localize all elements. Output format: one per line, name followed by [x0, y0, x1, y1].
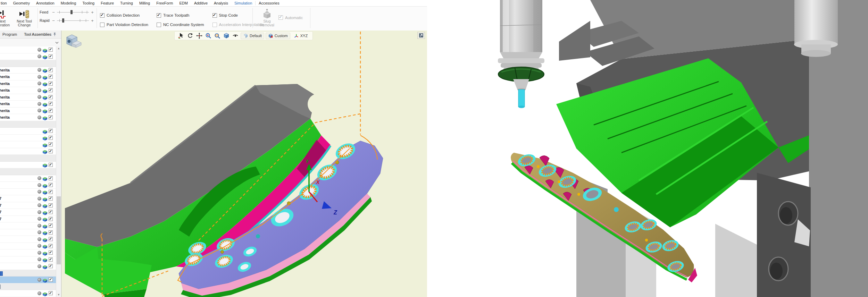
visibility-checkbox[interactable] [49, 136, 53, 140]
menu-item-edm[interactable]: EDM [176, 1, 191, 5]
tree-row[interactable]: herita [0, 108, 56, 114]
scrollbar-thumb[interactable] [57, 196, 61, 264]
tree-row[interactable] [0, 243, 56, 250]
tree-row[interactable] [0, 236, 56, 243]
visibility-checkbox[interactable] [49, 203, 53, 207]
rapid-decrease-button[interactable]: − [51, 18, 56, 23]
tree-row[interactable]: herita [0, 87, 56, 94]
visibility-checkbox[interactable] [49, 196, 53, 201]
visibility-checkbox[interactable] [49, 75, 53, 79]
menu-item-tion[interactable]: tion [0, 1, 10, 5]
rapid-slider[interactable] [57, 18, 89, 23]
checkbox-trace-toolpath[interactable]: Trace Toolpath [157, 12, 204, 18]
visibility-checkbox[interactable] [49, 190, 53, 194]
tree-row[interactable]: herita [0, 114, 56, 121]
visibility-checkbox[interactable] [49, 251, 53, 255]
menu-item-feature[interactable]: Feature [98, 1, 117, 5]
select-tool-button[interactable] [177, 32, 185, 39]
menu-item-additive[interactable]: Additive [191, 1, 211, 5]
tree-row[interactable]: herita [0, 94, 56, 101]
menu-item-turning[interactable]: Turning [117, 1, 136, 5]
visibility-checkbox[interactable] [49, 244, 53, 248]
tree-row[interactable] [0, 53, 56, 60]
visibility-checkbox[interactable] [49, 223, 53, 228]
tree-row[interactable] [0, 277, 56, 283]
checkbox-automatic[interactable]: Automatic [278, 15, 303, 20]
xyz-view-button[interactable]: XYZ [292, 33, 310, 39]
visibility-checkbox[interactable] [49, 149, 53, 153]
feed-decrease-button[interactable]: − [51, 10, 56, 15]
automatic-checkbox-box[interactable] [278, 15, 283, 20]
simulation-scene[interactable]: Y X Z [61, 31, 427, 297]
rapid-increase-button[interactable]: + [90, 18, 94, 23]
menu-item-geometry[interactable]: Geometry [10, 1, 33, 5]
feed-slider[interactable] [57, 10, 89, 15]
tree-row[interactable] [0, 189, 56, 196]
visibility-checkbox[interactable] [49, 88, 53, 92]
visibility-checkbox[interactable] [49, 278, 53, 282]
visibility-checkbox[interactable] [49, 115, 53, 119]
tree-row[interactable] [0, 162, 56, 169]
tree-row[interactable] [0, 249, 56, 256]
feed-slider-thumb[interactable] [70, 10, 73, 14]
visibility-checkbox[interactable] [49, 82, 53, 86]
tab-program[interactable]: Program [0, 32, 20, 36]
visibility-checkbox[interactable] [49, 129, 53, 133]
visibility-checkbox[interactable] [49, 183, 53, 187]
visibility-checkbox[interactable] [49, 68, 53, 72]
pan-view-button[interactable] [195, 32, 203, 39]
checkbox-nc-coordinate-system[interactable]: NC Coordinate System [157, 22, 204, 28]
tree-row[interactable] [0, 135, 56, 142]
checkbox-box[interactable] [157, 13, 161, 18]
visibility-checkbox[interactable] [49, 237, 53, 241]
tree-row[interactable]: 7 [0, 209, 56, 216]
tree-row[interactable] [0, 182, 56, 189]
checkbox-collision-detection[interactable]: Collision Detection [100, 12, 148, 18]
tree-row[interactable] [0, 229, 56, 236]
checkbox-box[interactable] [100, 13, 105, 18]
rapid-slider-thumb[interactable] [62, 18, 64, 23]
menu-item-analysis[interactable]: Analysis [211, 1, 231, 5]
next-operation-button[interactable]: Next Operation [0, 10, 12, 27]
visibility-checkbox[interactable] [49, 264, 53, 268]
tree-row[interactable] [0, 148, 56, 155]
tree-row[interactable] [0, 263, 56, 270]
menu-item-annotation[interactable]: Annotation [33, 1, 58, 5]
rotate-view-button[interactable] [186, 32, 194, 39]
panel-scrollbar[interactable]: ▲ ▼ [56, 46, 61, 297]
visibility-checkbox[interactable] [49, 257, 53, 262]
tree-row[interactable] [0, 128, 56, 135]
menu-item-simulation[interactable]: Simulation [231, 1, 255, 5]
visibility-eye-button[interactable] [232, 32, 239, 39]
visibility-checkbox[interactable] [49, 102, 53, 106]
tree-row[interactable]: herita [0, 101, 56, 108]
menu-item-modeling[interactable]: Modeling [58, 1, 80, 5]
tree-row[interactable]: 7 [0, 195, 56, 202]
visibility-checkbox[interactable] [49, 54, 53, 59]
tree-row[interactable]: herita [0, 80, 56, 87]
simulation-viewport[interactable]: Y X Z [61, 31, 427, 297]
tree-row[interactable] [0, 290, 56, 297]
checkbox-box[interactable] [157, 23, 161, 27]
tree-row[interactable] [0, 222, 56, 229]
scroll-up-arrow[interactable]: ▲ [56, 46, 61, 51]
tree-row[interactable] [0, 141, 56, 148]
tree-row[interactable]: 7 [0, 202, 56, 209]
tree-row[interactable]: herita [0, 67, 56, 74]
checkbox-box[interactable] [212, 13, 217, 18]
visibility-checkbox[interactable] [49, 230, 53, 235]
visibility-checkbox[interactable] [49, 291, 53, 295]
machine-scene[interactable] [427, 0, 868, 297]
panel-filter-dropdown[interactable] [0, 39, 61, 47]
isometric-view-button[interactable] [223, 32, 230, 39]
menu-item-accessories[interactable]: Accessories [255, 1, 282, 5]
visibility-checkbox[interactable] [49, 95, 53, 99]
visibility-checkbox[interactable] [49, 142, 53, 146]
next-tool-change-button[interactable]: Next Tool Change [12, 10, 36, 27]
visibility-checkbox[interactable] [49, 217, 53, 221]
menu-item-freeform[interactable]: FreeForm [153, 1, 176, 5]
tab-tool-assemblies[interactable]: Tool Assemblies [20, 32, 55, 36]
custom-view-button[interactable]: Custom [266, 33, 290, 39]
tree-row[interactable] [0, 256, 56, 263]
tree-row[interactable] [0, 46, 56, 53]
